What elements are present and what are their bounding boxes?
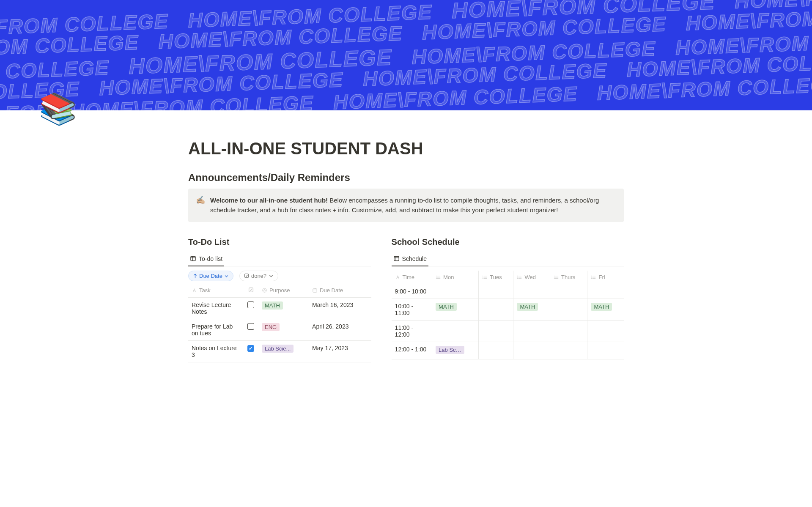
due-cell[interactable]: March 16, 2023 [309,297,371,319]
day-cell[interactable] [587,342,624,359]
tab-todo-list[interactable]: To-do list [188,253,224,266]
table-row[interactable]: Revise Lecture NotesMATHMarch 16, 2023 [188,297,371,319]
table-row[interactable]: 10:00 - 11:00MATHMATHMATH [392,299,624,320]
schedule-table: Time Mon Tues Wed Thurs Fri 9:00 - 10:00… [392,271,624,359]
checkbox[interactable] [247,345,254,352]
tab-label: To-do list [199,255,222,262]
day-cell[interactable] [587,284,624,299]
welcome-callout[interactable]: ✍🏼 Welcome to our all-in-one student hub… [188,189,624,222]
col-fri[interactable]: Fri [587,271,624,284]
page-title[interactable]: ALL-IN-ONE STUDENT DASH [188,139,624,158]
day-cell[interactable] [432,320,479,342]
table-row[interactable]: Notes on Lecture 3Lab Scie...May 17, 202… [188,340,371,362]
col-tues[interactable]: Tues [479,271,513,284]
table-icon [393,255,400,262]
checkbox[interactable] [247,323,254,330]
day-cell[interactable] [479,320,513,342]
task-cell[interactable]: Revise Lecture Notes [188,297,243,319]
day-cell[interactable] [513,342,550,359]
due-cell[interactable]: May 17, 2023 [309,340,371,362]
svg-point-24 [483,277,483,277]
text-icon [395,274,401,280]
tab-label: Schedule [402,255,427,262]
svg-point-30 [518,277,518,277]
svg-point-25 [483,278,483,278]
svg-point-5 [263,288,266,292]
table-row[interactable]: 11:00 - 12:00 [392,320,624,342]
svg-point-31 [518,278,518,278]
list-icon [591,274,596,280]
target-icon [262,288,267,293]
col-thurs[interactable]: Thurs [550,271,587,284]
todo-heading[interactable]: To-Do List [188,237,371,247]
svg-rect-0 [191,256,195,260]
table-row[interactable]: 9:00 - 10:00 [392,284,624,299]
purpose-cell[interactable]: Lab Scie... [258,340,309,362]
day-cell[interactable]: MATH [587,299,624,320]
time-cell[interactable]: 12:00 - 1:00 [392,342,432,359]
time-cell[interactable]: 11:00 - 12:00 [392,320,432,342]
task-cell[interactable]: Notes on Lecture 3 [188,340,243,362]
day-cell[interactable]: MATH [432,299,479,320]
list-icon [517,274,522,280]
day-cell[interactable]: MATH [513,299,550,320]
writing-hand-icon: ✍🏼 [196,195,205,215]
done-cell[interactable] [243,340,258,362]
table-icon [190,255,196,262]
calendar-icon [312,288,318,293]
svg-point-36 [554,277,554,277]
day-cell[interactable] [550,320,587,342]
day-cell[interactable] [550,284,587,299]
svg-point-19 [436,278,436,278]
tab-schedule[interactable]: Schedule [392,253,428,266]
day-cell[interactable] [513,320,550,342]
page-icon[interactable]: 📚 [39,91,77,127]
time-cell[interactable]: 9:00 - 10:00 [392,284,432,299]
announcements-heading[interactable]: Announcements/Daily Reminders [188,172,624,184]
list-icon [554,274,559,280]
day-cell[interactable] [550,299,587,320]
todo-table: Task Purpose Due Date Revise Lecture Not… [188,284,371,362]
col-purpose[interactable]: Purpose [258,284,309,298]
table-row[interactable]: 12:00 - 1:00Lab Scie... [392,342,624,359]
schedule-heading[interactable]: School Schedule [392,237,624,247]
purpose-cell[interactable]: MATH [258,297,309,319]
day-cell[interactable] [513,284,550,299]
day-cell[interactable] [550,342,587,359]
chevron-down-icon [224,274,229,278]
day-cell[interactable] [479,342,513,359]
callout-text: Welcome to our all-in-one student hub! B… [210,195,616,215]
day-cell[interactable]: Lab Scie... [432,342,479,359]
svg-point-17 [436,276,436,276]
col-done[interactable] [243,284,258,298]
col-due-date[interactable]: Due Date [309,284,371,298]
task-cell[interactable]: Prepare for Lab on tues [188,319,243,340]
svg-point-23 [483,276,483,276]
cover-banner: HOME\FROM COLLEGE HOME\FROM COLLEGE HOME… [0,0,812,110]
day-cell[interactable] [587,320,624,342]
col-mon[interactable]: Mon [432,271,479,284]
due-cell[interactable]: April 26, 2023 [309,319,371,340]
svg-point-37 [554,278,554,278]
svg-point-41 [592,276,592,276]
done-cell[interactable] [243,319,258,340]
day-cell[interactable] [479,299,513,320]
col-task[interactable]: Task [188,284,243,298]
list-icon [482,274,488,280]
svg-point-42 [592,277,592,277]
checkbox[interactable] [247,301,254,308]
day-cell[interactable] [432,284,479,299]
table-row[interactable]: Prepare for Lab on tuesENGApril 26, 2023 [188,319,371,340]
svg-point-18 [436,277,436,277]
day-cell[interactable] [479,284,513,299]
svg-rect-7 [313,289,317,292]
col-time[interactable]: Time [392,271,432,284]
svg-point-29 [518,276,518,276]
done-cell[interactable] [243,297,258,319]
filter-done[interactable]: done? [239,271,278,281]
time-cell[interactable]: 10:00 - 11:00 [392,299,432,320]
col-wed[interactable]: Wed [513,271,550,284]
sort-due-date[interactable]: Due Date [188,271,233,281]
chevron-down-icon [269,273,274,278]
purpose-cell[interactable]: ENG [258,319,309,340]
